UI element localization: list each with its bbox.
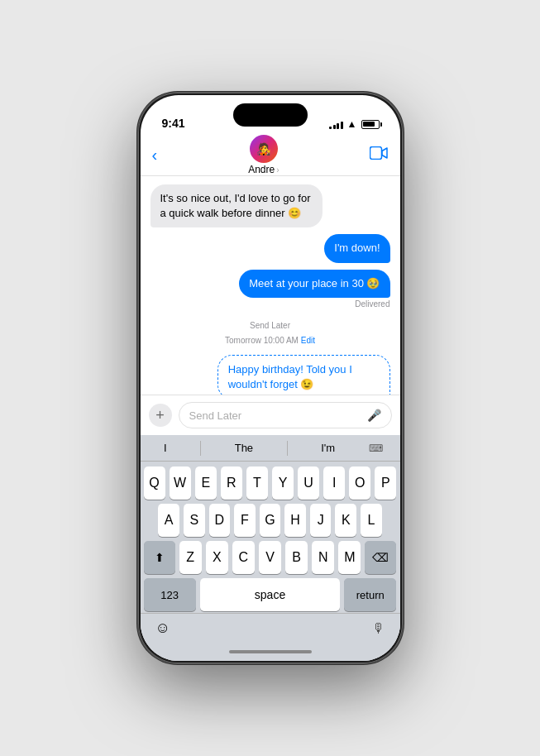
bubble-received-1: It's so nice out, I'd love to go for a q…	[151, 184, 323, 227]
signal-icon	[329, 120, 343, 129]
message-sent-2: Meet at your place in 30 🥹 Delivered	[151, 270, 390, 309]
send-later-info: Send LaterTomorrow 10:00 AM Edit	[151, 317, 390, 347]
shift-key[interactable]: ⬆	[144, 541, 175, 574]
key-q[interactable]: Q	[144, 467, 165, 500]
svg-rect-0	[370, 147, 382, 160]
status-icons: ▲	[329, 118, 381, 130]
keyboard-suggestions: I The I'm ⌨	[141, 435, 400, 462]
avatar: 🧑‍🎤	[250, 135, 278, 163]
mic-icon: 🎤	[367, 409, 381, 422]
back-button[interactable]: ‹	[152, 146, 158, 165]
numbers-key[interactable]: 123	[144, 578, 196, 611]
phone-screen: 9:41 ▲ ‹	[141, 95, 400, 661]
status-time: 9:41	[162, 117, 185, 130]
bubble-text: Meet at your place in 30 🥹	[249, 277, 380, 289]
suggestion-im[interactable]: I'm	[314, 440, 342, 456]
mic-keyboard-icon[interactable]: 🎙	[372, 621, 385, 636]
key-k[interactable]: K	[335, 504, 356, 537]
add-attachment-button[interactable]: +	[149, 404, 172, 427]
key-i[interactable]: I	[323, 467, 345, 500]
contact-chevron-icon: ›	[276, 165, 279, 175]
key-d[interactable]: D	[209, 504, 231, 537]
delete-key[interactable]: ⌫	[365, 541, 396, 574]
bubble-text: Happy birthday! Told you I wouldn't forg…	[228, 363, 352, 390]
video-call-button[interactable]	[370, 146, 388, 164]
key-o[interactable]: O	[349, 467, 370, 500]
key-x[interactable]: X	[206, 541, 228, 574]
key-row-bottom: 123 space return	[144, 578, 397, 611]
input-row: + Send Later 🎤	[149, 402, 392, 428]
delivered-status: Delivered	[355, 299, 389, 309]
message-sent-1: I'm down!	[151, 234, 390, 262]
bubble-sent-1: I'm down!	[324, 234, 389, 262]
bubble-text: I'm down!	[334, 242, 380, 254]
wifi-icon: ▲	[347, 118, 357, 130]
key-w[interactable]: W	[170, 467, 191, 500]
home-bar	[229, 650, 312, 653]
key-y[interactable]: Y	[272, 467, 294, 500]
bubble-sent-2: Meet at your place in 30 🥹	[239, 270, 389, 298]
key-row-2: A S D F G H J K L	[144, 504, 397, 537]
emoji-bar: ☺ 🎙	[141, 613, 400, 643]
bubble-sent-later: Happy birthday! Told you I wouldn't forg…	[217, 355, 390, 395]
key-t[interactable]: T	[246, 467, 268, 500]
key-g[interactable]: G	[260, 504, 281, 537]
bubble-text: It's so nice out, I'd love to go for a q…	[160, 192, 311, 219]
key-e[interactable]: E	[195, 467, 217, 500]
battery-icon	[361, 120, 382, 129]
dynamic-island	[233, 103, 308, 127]
key-r[interactable]: R	[221, 467, 242, 500]
key-c[interactable]: C	[232, 541, 255, 574]
messages-area: It's so nice out, I'd love to go for a q…	[141, 176, 400, 395]
suggestion-i[interactable]: I	[157, 440, 174, 456]
key-u[interactable]: U	[298, 467, 319, 500]
key-row-3: ⬆ Z X C V B N M ⌫	[144, 541, 397, 574]
contact-info[interactable]: 🧑‍🎤 Andre ›	[248, 135, 279, 175]
key-m[interactable]: M	[338, 541, 361, 574]
key-a[interactable]: A	[158, 504, 179, 537]
video-icon	[370, 146, 388, 160]
suggestion-the[interactable]: The	[228, 440, 260, 456]
space-key[interactable]: space	[200, 578, 340, 611]
back-chevron-icon: ‹	[152, 146, 158, 165]
contact-name: Andre	[248, 164, 275, 175]
key-z[interactable]: Z	[179, 541, 202, 574]
keyboard-rows: Q W E R T Y U I O P A S D F	[141, 462, 400, 613]
key-b[interactable]: B	[285, 541, 308, 574]
key-h[interactable]: H	[284, 504, 306, 537]
input-placeholder: Send Later	[189, 409, 242, 422]
key-s[interactable]: S	[184, 504, 205, 537]
key-f[interactable]: F	[234, 504, 256, 537]
keyboard-format-icon[interactable]: ⌨	[369, 443, 383, 454]
key-l[interactable]: L	[361, 504, 382, 537]
phone-shell: 9:41 ▲ ‹	[138, 93, 403, 663]
plus-icon: +	[155, 407, 165, 424]
key-n[interactable]: N	[312, 541, 334, 574]
nav-bar: ‹ 🧑‍🎤 Andre ›	[141, 135, 400, 176]
edit-link[interactable]: Edit	[301, 336, 315, 345]
home-bar-wrap	[141, 643, 400, 661]
key-j[interactable]: J	[310, 504, 332, 537]
message-sent-later: Happy birthday! Told you I wouldn't forg…	[151, 355, 390, 395]
key-p[interactable]: P	[375, 467, 396, 500]
key-row-1: Q W E R T Y U I O P	[144, 467, 397, 500]
message-input[interactable]: Send Later 🎤	[179, 402, 392, 428]
emoji-icon[interactable]: ☺	[155, 620, 170, 637]
keyboard: I The I'm ⌨ Q W E R T Y U I	[141, 435, 400, 661]
input-area: + Send Later 🎤	[141, 395, 400, 435]
message-received-1: It's so nice out, I'd love to go for a q…	[151, 184, 390, 227]
key-v[interactable]: V	[259, 541, 281, 574]
return-key[interactable]: return	[344, 578, 396, 611]
